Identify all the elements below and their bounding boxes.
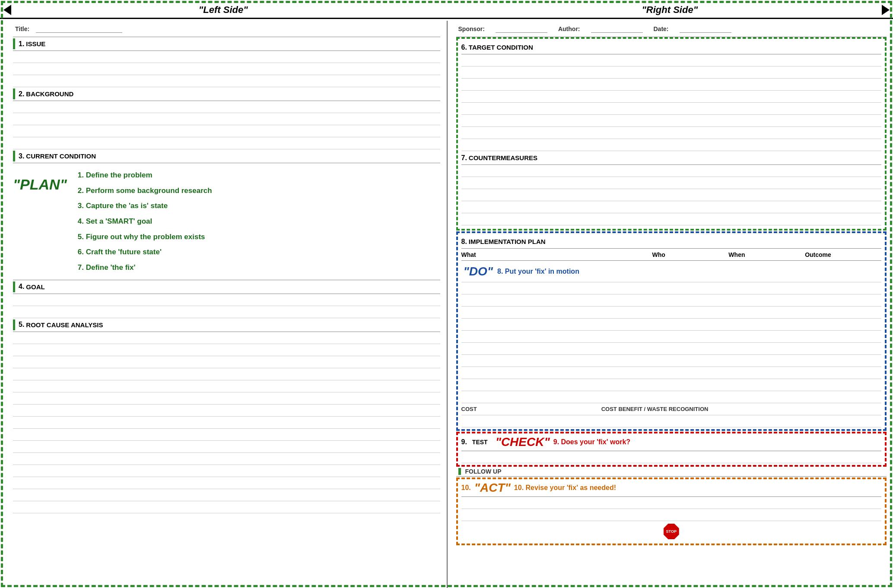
- check-text: 9. Does your 'fix' work?: [553, 438, 630, 446]
- title-row: Title:: [13, 21, 440, 37]
- bg-line-2: [13, 113, 440, 125]
- author-line: [591, 25, 643, 33]
- rca-line-11: [13, 453, 440, 465]
- stop-sign-row: STOP: [461, 521, 882, 542]
- top-arrows: "Left Side" "Right Side": [0, 0, 893, 21]
- act-label: "ACT": [474, 481, 511, 495]
- section-5-bar: [13, 319, 15, 330]
- rca-line-5: [13, 380, 440, 392]
- author-label: Author:: [558, 25, 580, 32]
- plan-item-6: 6. Craft the 'future state': [78, 244, 212, 260]
- section-9-row: 9. TEST "CHECK" 9. Does your 'fix' work?: [461, 435, 882, 451]
- section-4-num: 4.: [19, 283, 24, 291]
- cost-line-1: [461, 415, 882, 427]
- check-red-box: 9. TEST "CHECK" 9. Does your 'fix' work?: [456, 432, 887, 467]
- right-arrow: "Right Side": [447, 2, 893, 19]
- issue-line-2: [13, 63, 440, 75]
- do-text: 8. Put your 'fix' in motion: [497, 268, 579, 275]
- impl-line-5: [461, 331, 882, 343]
- section-1-bar: [13, 38, 15, 49]
- cm-line-2: [461, 177, 882, 189]
- rca-line-10: [13, 441, 440, 453]
- section-5-num: 5.: [19, 321, 24, 329]
- impl-col-outcome: Outcome: [805, 251, 881, 258]
- sponsor-row: Sponsor: Author: Date:: [456, 21, 887, 37]
- impl-line-10: [461, 391, 882, 403]
- section-2-bar: [13, 89, 15, 99]
- section-6-row: 6. TARGET CONDITION: [461, 41, 882, 54]
- right-column: Sponsor: Author: Date: 6. TARGET CONDITI…: [447, 21, 893, 588]
- cm-line-4: [461, 201, 882, 213]
- rca-line-9: [13, 429, 440, 441]
- target-condition-green-box: 6. TARGET CONDITION 7. COUNTERMEASURES: [456, 37, 887, 231]
- act-line-2: [461, 509, 882, 521]
- section-4-title: GOAL: [26, 283, 44, 291]
- section-2-title: BACKGROUND: [26, 90, 73, 98]
- impl-col-what: What: [461, 251, 652, 258]
- rca-line-14: [13, 489, 440, 501]
- goal-line-1: [13, 294, 440, 306]
- left-side-label: "Left Side": [199, 4, 248, 16]
- section-7-num: 7.: [461, 154, 467, 162]
- plan-item-5: 5. Figure out why the problem exists: [78, 229, 212, 245]
- section-1-title: ISSUE: [26, 40, 45, 47]
- section-9-title: TEST: [472, 439, 488, 446]
- section-10-num: 10.: [461, 484, 471, 492]
- left-column: Title: 1. ISSUE 2. BACKGROUND: [0, 21, 447, 588]
- section-3-bar: [13, 151, 15, 161]
- section-3-num: 3.: [19, 152, 24, 160]
- check-line-1: [461, 451, 882, 463]
- title-line: [36, 25, 122, 33]
- tc-line-1: [461, 54, 882, 66]
- sponsor-label: Sponsor:: [458, 25, 485, 32]
- issue-line-3: [13, 75, 440, 87]
- plan-item-4: 4. Set a 'SMART' goal: [78, 214, 212, 229]
- bg-line-3: [13, 125, 440, 137]
- rca-line-7: [13, 405, 440, 417]
- cm-line-5: [461, 213, 882, 225]
- bg-line-4: [13, 137, 440, 149]
- section-2-num: 2.: [19, 90, 24, 98]
- followup-bar: [458, 468, 461, 475]
- act-orange-box: 10. "ACT" 10. Revise your 'fix' as neede…: [456, 477, 887, 545]
- impl-col-who: Who: [652, 251, 729, 258]
- section-10-row: 10. "ACT" 10. Revise your 'fix' as neede…: [461, 481, 882, 497]
- tc-line-5: [461, 103, 882, 115]
- rca-line-6: [13, 392, 440, 405]
- plan-item-7: 7. Define 'the fix': [78, 260, 212, 275]
- impl-headers: What Who When Outcome: [461, 249, 882, 261]
- cm-line-3: [461, 189, 882, 201]
- cost-row: COST COST BENEFIT / WASTE RECOGNITION: [461, 403, 882, 415]
- impl-line-6: [461, 343, 882, 355]
- tc-line-3: [461, 79, 882, 91]
- rca-line-8: [13, 417, 440, 429]
- title-label: Title:: [15, 25, 29, 32]
- plan-item-3: 3. Capture the 'as is' state: [78, 198, 212, 214]
- act-line-1: [461, 497, 882, 509]
- section-8-row: 8. IMPLEMENTATION PLAN: [461, 235, 882, 249]
- rca-line-13: [13, 477, 440, 489]
- section-6-num: 6.: [461, 44, 467, 51]
- impl-line-3: [461, 307, 882, 319]
- impl-line-1: [461, 282, 882, 294]
- sponsor-line: [496, 25, 547, 33]
- plan-label: "PLAN": [13, 176, 67, 193]
- section-8-title: IMPLEMENTATION PLAN: [469, 238, 546, 245]
- do-row: "DO" 8. Put your 'fix' in motion: [461, 261, 882, 282]
- section-9-num: 9.: [461, 438, 467, 446]
- plan-items-list: 1. Define the problem 2. Perform some ba…: [78, 168, 212, 275]
- impl-line-4: [461, 319, 882, 331]
- cm-line-1: [461, 165, 882, 177]
- content-area: Title: 1. ISSUE 2. BACKGROUND: [0, 21, 893, 588]
- section-1-row: 1. ISSUE: [13, 37, 440, 51]
- rca-line-3: [13, 356, 440, 368]
- cost-benefit-label: COST BENEFIT / WASTE RECOGNITION: [601, 406, 881, 412]
- impl-line-8: [461, 367, 882, 379]
- impl-line-7: [461, 355, 882, 367]
- right-side-label: "Right Side": [642, 4, 698, 16]
- section-2-row: 2. BACKGROUND: [13, 87, 440, 101]
- tc-line-8: [461, 139, 882, 151]
- do-label: "DO": [464, 265, 493, 278]
- tc-line-7: [461, 127, 882, 139]
- plan-section: "PLAN" 1. Define the problem 2. Perform …: [13, 163, 440, 280]
